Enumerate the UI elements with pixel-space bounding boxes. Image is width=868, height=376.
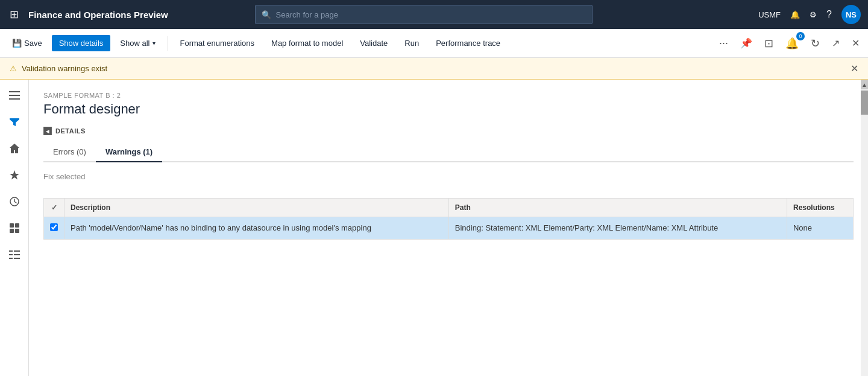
grid-icon[interactable]: ⊞ <box>7 5 21 24</box>
details-section: ◄ DETAILS Errors (0) Warnings (1) Fix se… <box>43 127 854 240</box>
left-sidebar <box>0 80 29 376</box>
svg-rect-4 <box>10 223 14 228</box>
col-header-path: Path <box>448 199 787 217</box>
open-in-new-button[interactable]: ↗ <box>828 35 843 51</box>
settings-icon[interactable]: ⚙ <box>810 10 817 19</box>
sidebar-icon-list[interactable] <box>4 244 25 266</box>
more-button[interactable]: ··· <box>715 34 732 52</box>
col-header-description: Description <box>64 199 449 217</box>
sidebar-icon-menu[interactable] <box>4 84 25 106</box>
svg-rect-0 <box>9 91 20 92</box>
usmf-label: USMF <box>758 10 781 19</box>
svg-rect-2 <box>9 98 20 100</box>
row-checkbox[interactable] <box>50 223 58 231</box>
toolbar-right: ··· 📌 ⊡ 🔔 0 ↻ ↗ ✕ <box>715 34 863 53</box>
row-description: Path 'model/Vendor/Name' has no binding … <box>64 217 449 240</box>
search-icon: 🔍 <box>262 10 271 19</box>
fix-selected-button[interactable]: Fix selected <box>43 170 85 183</box>
pin-icon[interactable]: 📌 <box>737 35 756 51</box>
show-all-button[interactable]: Show all ▾ <box>113 35 162 51</box>
content-inner: SAMPLE FORMAT B : 2 Format designer ◄ DE… <box>29 80 868 376</box>
svg-rect-5 <box>15 223 19 228</box>
notification-badge: 🔔 0 <box>782 34 802 53</box>
performance-trace-button[interactable]: Performance trace <box>429 35 508 51</box>
top-nav-right: USMF 🔔 ⚙ ? NS <box>758 5 861 24</box>
show-details-button[interactable]: Show details <box>52 35 111 51</box>
svg-rect-8 <box>9 250 13 252</box>
sidebar-icon-filter[interactable] <box>4 111 25 133</box>
details-label: DETAILS <box>55 127 86 135</box>
bell-icon[interactable]: 🔔 <box>790 10 800 19</box>
svg-rect-1 <box>9 95 20 96</box>
run-button[interactable]: Run <box>397 35 426 51</box>
svg-rect-11 <box>14 254 20 255</box>
svg-rect-9 <box>14 250 20 252</box>
sidebar-icon-favorites[interactable] <box>4 164 25 186</box>
details-toggle-button[interactable]: ◄ <box>43 127 52 135</box>
sidebar-icon-modules[interactable] <box>4 217 25 239</box>
close-button[interactable]: ✕ <box>848 35 863 51</box>
col-header-resolutions: Resolutions <box>787 199 853 217</box>
toolbar: 💾 Save Show details Show all ▾ Format en… <box>0 29 868 58</box>
col-header-check: ✓ <box>44 199 64 217</box>
details-header: ◄ DETAILS <box>43 127 854 135</box>
refresh-button[interactable]: ↻ <box>807 34 823 53</box>
notification-bar: ⚠ Validation warnings exist ✕ <box>0 58 868 80</box>
search-bar: 🔍 <box>255 5 593 24</box>
tabs: Errors (0) Warnings (1) <box>43 142 854 162</box>
data-table: ✓ Description Path Resolutions Pat <box>43 198 854 240</box>
avatar[interactable]: NS <box>841 5 861 24</box>
breadcrumb: SAMPLE FORMAT B : 2 <box>43 92 854 99</box>
scroll-thumb[interactable] <box>861 91 868 115</box>
map-format-button[interactable]: Map format to model <box>264 35 350 51</box>
app-title: Finance and Operations Preview <box>28 10 168 20</box>
table-row[interactable]: Path 'model/Vendor/Name' has no binding … <box>44 217 854 240</box>
validate-button[interactable]: Validate <box>353 35 395 51</box>
chevron-down-icon: ▾ <box>153 40 156 46</box>
row-path: Binding: Statement: XML Element/Party: X… <box>448 217 787 240</box>
row-resolutions: None <box>787 217 853 240</box>
toolbar-separator-1 <box>168 36 168 51</box>
top-navbar: ⊞ Finance and Operations Preview 🔍 USMF … <box>0 0 868 29</box>
sidebar-icon-home[interactable] <box>4 138 25 159</box>
notification-count: 0 <box>796 32 805 40</box>
notification-message: Validation warnings exist <box>22 64 107 73</box>
help-icon[interactable]: ? <box>826 9 832 20</box>
notification-close-button[interactable]: ✕ <box>851 63 858 74</box>
svg-rect-6 <box>10 229 14 233</box>
svg-rect-12 <box>9 258 13 259</box>
warning-icon: ⚠ <box>10 64 17 73</box>
save-icon: 💾 <box>12 39 22 48</box>
right-scrollbar: ▲ ▼ <box>861 80 868 376</box>
main-layout: SAMPLE FORMAT B : 2 Format designer ◄ DE… <box>0 80 868 376</box>
check-icon: ✓ <box>51 203 57 212</box>
content-area: SAMPLE FORMAT B : 2 Format designer ◄ DE… <box>29 80 868 376</box>
svg-rect-10 <box>9 254 13 255</box>
layout-icon[interactable]: ⊡ <box>761 34 777 53</box>
sidebar-icon-recent[interactable] <box>4 191 25 212</box>
search-input[interactable] <box>276 10 586 19</box>
page-title: Format designer <box>43 101 854 117</box>
format-enumerations-button[interactable]: Format enumerations <box>173 35 262 51</box>
tab-warnings[interactable]: Warnings (1) <box>96 142 162 162</box>
svg-rect-7 <box>15 229 19 233</box>
save-button[interactable]: 💾 Save <box>5 35 49 51</box>
scroll-up-arrow[interactable]: ▲ <box>861 80 868 89</box>
row-check[interactable] <box>44 217 64 240</box>
tab-errors[interactable]: Errors (0) <box>43 142 96 162</box>
svg-rect-13 <box>14 258 20 259</box>
